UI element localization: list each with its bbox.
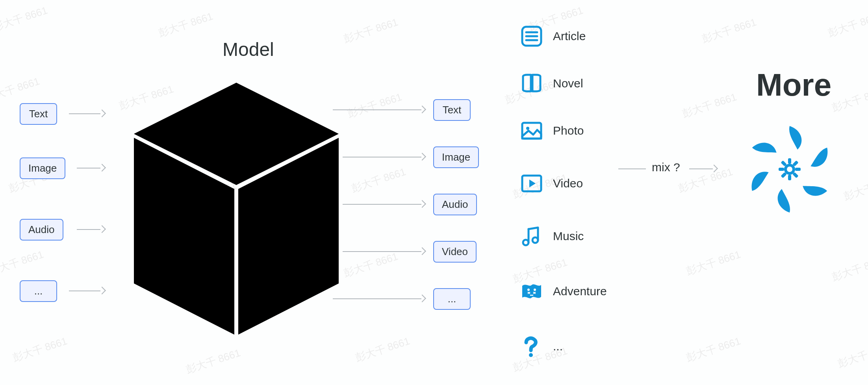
watermark-text: 彭大千 8661 — [0, 4, 49, 34]
output-label: Adventure — [553, 285, 607, 298]
watermark-text: 彭大千 8661 — [826, 9, 868, 40]
svg-point-14 — [534, 289, 536, 291]
arrow-head-icon — [418, 294, 426, 302]
modality-tag-audio: Audio — [433, 194, 477, 215]
watermark-text: 彭大千 8661 — [184, 346, 242, 377]
output-row-article: Article — [520, 24, 586, 48]
question-icon — [520, 335, 543, 358]
input-tag-image: Image — [20, 157, 65, 179]
mix-label: mix ? — [652, 161, 680, 174]
svg-marker-10 — [529, 180, 536, 187]
modality-label: Text — [443, 104, 462, 116]
watermark-text: 彭大千 8661 — [836, 340, 868, 371]
output-label: Music — [553, 230, 584, 243]
arrow — [689, 168, 713, 169]
model-cube-icon — [126, 75, 347, 344]
output-row-adventure: Adventure — [520, 279, 607, 303]
arrow — [618, 168, 646, 169]
arrow — [69, 291, 100, 291]
watermark-text: 彭大千 8661 — [342, 250, 400, 280]
watermark-text: 彭大千 8661 — [157, 9, 215, 40]
watermark-text: 彭大千 8661 — [700, 15, 758, 46]
watermark-text: 彭大千 8661 — [0, 248, 45, 278]
watermark-text: 彭大千 8661 — [681, 90, 738, 121]
svg-rect-18 — [788, 158, 791, 164]
watermark-text: 彭大千 8661 — [346, 90, 404, 121]
swirl-icon — [738, 118, 841, 222]
watermark-text: 彭大千 8661 — [354, 334, 412, 365]
article-icon — [520, 24, 543, 48]
watermark-text: 彭大千 8661 — [350, 165, 408, 196]
output-label: Novel — [553, 77, 583, 90]
svg-rect-21 — [795, 168, 801, 171]
photo-icon — [520, 119, 543, 143]
video-icon — [520, 172, 543, 195]
output-row-video: Video — [520, 172, 583, 195]
modality-label: Image — [442, 151, 470, 163]
watermark-text: 彭大千 8661 — [830, 254, 868, 284]
arrow-head-icon — [418, 247, 426, 255]
watermark-text: 彭大千 8661 — [830, 84, 868, 115]
arrow-head-icon — [98, 287, 106, 294]
output-label: Video — [553, 177, 583, 190]
input-tag-audio: Audio — [20, 219, 63, 241]
modality-label: ... — [448, 293, 456, 305]
arrow — [77, 168, 100, 168]
arrow — [343, 251, 421, 252]
arrow-head-icon — [98, 109, 106, 117]
svg-point-16 — [529, 353, 533, 357]
music-icon — [520, 224, 543, 248]
modality-tag-more: ... — [433, 288, 471, 310]
output-row-more: ... — [520, 335, 563, 358]
arrow-head-icon — [98, 164, 106, 172]
watermark-text: 彭大千 8661 — [684, 248, 742, 278]
modality-tag-video: Video — [433, 241, 477, 263]
arrow-head-icon — [418, 153, 426, 161]
output-row-music: Music — [520, 224, 584, 248]
arrow-head-icon — [418, 200, 426, 208]
arrow — [343, 157, 421, 157]
watermark-text: 彭大千 8661 — [677, 165, 734, 196]
more-label: More — [756, 67, 831, 103]
watermark-text: 彭大千 8661 — [0, 74, 41, 105]
svg-point-11 — [523, 240, 529, 245]
adventure-icon — [520, 279, 543, 303]
svg-point-12 — [532, 237, 538, 243]
arrow-head-icon — [418, 106, 426, 113]
novel-icon — [520, 72, 543, 95]
watermark-text: 彭大千 8661 — [684, 334, 742, 365]
input-tag-more: ... — [20, 280, 57, 302]
output-label: Photo — [553, 124, 584, 137]
watermark-text: 彭大千 8661 — [842, 173, 868, 204]
arrow — [333, 109, 421, 110]
arrow — [77, 229, 100, 230]
output-row-novel: Novel — [520, 72, 583, 95]
arrow-head-icon — [98, 225, 106, 233]
svg-rect-20 — [779, 168, 784, 171]
svg-point-8 — [526, 127, 529, 130]
modality-tag-text: Text — [433, 99, 471, 121]
arrow — [343, 204, 421, 205]
arrow — [69, 113, 100, 114]
input-label: Audio — [28, 224, 55, 235]
watermark-text: 彭大千 8661 — [11, 334, 69, 365]
output-row-photo: Photo — [520, 119, 584, 143]
svg-point-13 — [527, 289, 530, 291]
output-label: Article — [553, 30, 586, 43]
svg-point-26 — [787, 167, 792, 172]
modality-label: Video — [442, 246, 468, 257]
arrow — [333, 298, 421, 299]
modality-label: Audio — [442, 198, 468, 210]
modality-tag-image: Image — [433, 146, 479, 168]
input-tag-text: Text — [20, 103, 57, 125]
input-label: Text — [29, 108, 48, 120]
input-label: ... — [34, 285, 43, 297]
input-label: Image — [28, 162, 57, 174]
svg-rect-19 — [788, 175, 791, 180]
arrow-head-icon — [710, 165, 718, 172]
output-label: ... — [553, 340, 563, 353]
model-title: Model — [223, 39, 274, 60]
watermark-text: 彭大千 8661 — [342, 15, 400, 46]
